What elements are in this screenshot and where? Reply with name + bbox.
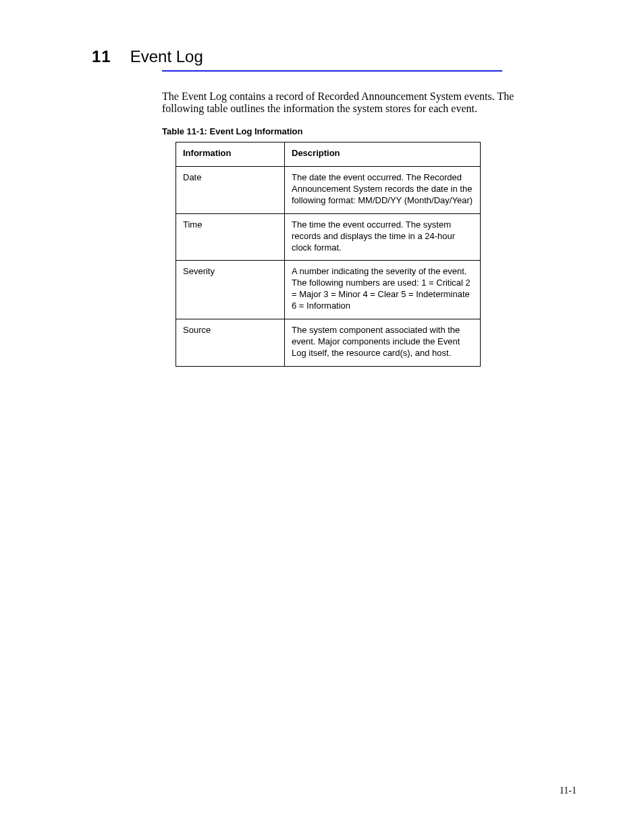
- table-row: Source The system component associated w…: [176, 319, 481, 366]
- page-number: 11-1: [560, 785, 576, 796]
- table-cell: Severity: [176, 261, 285, 319]
- table-cell: The system component associated with the…: [285, 319, 481, 366]
- table-cell: The date the event occurred. The Recorde…: [285, 167, 481, 214]
- table-title: Table 11-1: Event Log Information: [162, 126, 576, 136]
- table-cell: Source: [176, 319, 285, 366]
- chapter-number: 11: [92, 47, 111, 66]
- table-cell: Date: [176, 167, 285, 214]
- page: 11 Event Log The Event Log contains a re…: [0, 0, 644, 834]
- intro-paragraph: The Event Log contains a record of Recor…: [162, 90, 527, 114]
- table-row: Time The time the event occurred. The sy…: [176, 213, 481, 261]
- table-header-cell: Information: [176, 142, 285, 167]
- table-row: Date The date the event occurred. The Re…: [176, 167, 481, 214]
- chapter-title: Event Log: [130, 47, 203, 66]
- table-row: Severity A number indicating the severit…: [176, 261, 481, 319]
- event-log-info-table: Information Description Date The date th…: [176, 142, 481, 366]
- header-rule: [162, 70, 502, 72]
- table-cell: The time the event occurred. The system …: [285, 213, 481, 261]
- table-header-row: Information Description: [176, 142, 481, 167]
- table-header-cell: Description: [285, 142, 481, 167]
- chapter-header: 11 Event Log: [81, 47, 576, 66]
- table-cell: Time: [176, 213, 285, 261]
- table-cell: A number indicating the severity of the …: [285, 261, 481, 319]
